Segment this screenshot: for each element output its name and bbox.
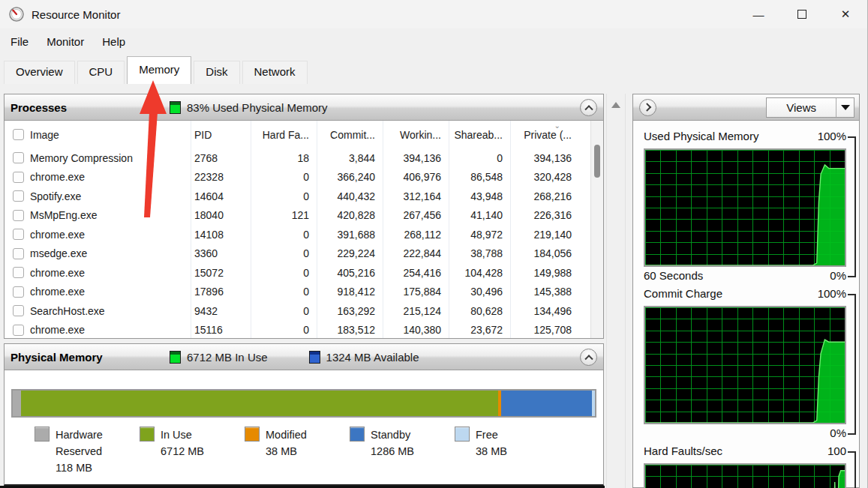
processes-scrollbar-thumb[interactable]	[594, 145, 600, 178]
process-row[interactable]: chrome.exe151160183,512140,38023,672125,…	[5, 321, 590, 339]
menu-file[interactable]: File	[3, 32, 36, 51]
row-checkbox[interactable]	[13, 190, 24, 202]
col-commit[interactable]: Commit...	[317, 121, 383, 148]
row-checkbox[interactable]	[13, 152, 24, 163]
main-scrollbar[interactable]	[606, 94, 626, 488]
close-button[interactable]: ✕	[824, 0, 867, 28]
row-checkbox[interactable]	[13, 248, 24, 259]
row-checkbox[interactable]	[13, 172, 24, 183]
used-physical-memory-graph	[644, 148, 846, 267]
process-row[interactable]: chrome.exe178960918,412175,88430,496145,…	[5, 283, 590, 302]
chevron-up-icon	[584, 105, 593, 113]
process-row[interactable]: MsMpEng.exe18040121420,828267,45641,1402…	[5, 206, 590, 226]
tab-memory[interactable]: Memory	[127, 56, 191, 84]
tab-overview[interactable]: Overview	[4, 61, 75, 84]
process-value: 14108	[191, 225, 251, 244]
row-checkbox[interactable]	[13, 229, 24, 240]
minimize-button[interactable]: —	[737, 0, 780, 28]
row-checkbox[interactable]	[13, 210, 24, 221]
process-value: 0	[251, 187, 317, 206]
legend-value: 38 MB	[266, 445, 297, 457]
process-value: 121	[251, 206, 317, 226]
col-pid[interactable]: PID	[191, 121, 251, 148]
process-row[interactable]: chrome.exe141080391,688268,11248,972219,…	[5, 225, 590, 244]
row-checkbox[interactable]	[13, 325, 24, 336]
process-value: 22328	[191, 168, 251, 187]
chevron-up-icon	[584, 355, 593, 363]
process-value: 9432	[191, 301, 251, 321]
title-bar: Resource Monitor — ✕	[0, 0, 867, 28]
graphs-panel-header: Views	[633, 94, 859, 121]
row-checkbox[interactable]	[13, 305, 24, 316]
panel-expand-button[interactable]	[639, 99, 656, 116]
tab-disk[interactable]: Disk	[194, 61, 239, 84]
graph2-min-label: 0%	[830, 427, 846, 445]
legend-standby: Standby1286 MB	[350, 427, 455, 476]
scroll-up-button[interactable]	[607, 97, 625, 113]
process-value: 15116	[191, 321, 251, 339]
processes-status: 83% Used Physical Memory	[170, 101, 328, 114]
process-value: 366,240	[317, 168, 383, 187]
process-value: 38,788	[449, 244, 510, 264]
maximize-button[interactable]	[780, 0, 824, 28]
col-private[interactable]: Private (...	[510, 121, 579, 148]
process-value: 184,056	[510, 244, 579, 264]
graph1-title: Used Physical Memory	[644, 130, 758, 148]
process-value: 268,216	[510, 187, 579, 206]
row-checkbox[interactable]	[13, 286, 24, 298]
processes-header: Processes 83% Used Physical Memory	[5, 94, 603, 121]
process-row[interactable]: Memory Compression2768183,844394,1360394…	[5, 148, 590, 168]
bar-segment-in-use	[21, 391, 498, 416]
menu-help[interactable]: Help	[95, 32, 133, 51]
close-icon: ✕	[841, 7, 851, 21]
col-shareable[interactable]: Shareab...	[449, 121, 510, 148]
used-physical-memory-series	[645, 150, 845, 265]
memory-composition-bar	[11, 389, 596, 418]
processes-collapse-button[interactable]	[580, 99, 597, 116]
graphs-panel: Views Used Physical Memory 100% 60 Secon…	[632, 94, 860, 488]
process-value: 18	[251, 148, 317, 168]
legend-name: Standby	[371, 429, 410, 441]
physical-memory-collapse-button[interactable]	[580, 349, 597, 366]
process-row[interactable]: SearchHost.exe94320163,292215,12480,6281…	[5, 301, 590, 321]
process-value: 268,112	[383, 225, 449, 244]
process-row[interactable]: msedge.exe33600229,224222,84438,788184,0…	[5, 244, 590, 264]
available-icon	[309, 351, 320, 364]
legend-value: 118 MB	[56, 462, 92, 474]
row-checkbox[interactable]	[13, 267, 24, 278]
process-value: 394,136	[510, 148, 579, 168]
process-row[interactable]: chrome.exe223280366,240406,97686,548320,…	[5, 168, 590, 187]
processes-scrollbar[interactable]	[590, 121, 603, 338]
col-image[interactable]: Image	[27, 129, 191, 141]
arrow-down-icon	[841, 105, 850, 110]
in-use-text: 6712 MB In Use	[187, 351, 268, 364]
tab-network[interactable]: Network	[242, 61, 308, 84]
process-image: chrome.exe	[27, 229, 191, 241]
process-value: 43,948	[449, 187, 510, 206]
process-value: 14604	[191, 187, 251, 206]
views-dropdown-arrow[interactable]	[836, 98, 854, 117]
table-header-row: Image PID Hard Fa... Commit... Workin...…	[5, 121, 590, 148]
process-row[interactable]: chrome.exe150720405,216254,416104,428149…	[5, 263, 590, 283]
views-button[interactable]: Views	[766, 97, 854, 118]
views-label[interactable]: Views	[767, 98, 836, 117]
process-value: 30,496	[449, 283, 510, 302]
process-row[interactable]: Spotify.exe146040440,432312,16443,948268…	[5, 187, 590, 206]
process-value: 918,412	[317, 283, 383, 302]
process-value: 394,136	[383, 148, 449, 168]
col-working-set[interactable]: Workin...	[383, 121, 449, 148]
select-all-checkbox[interactable]	[13, 129, 24, 140]
process-value: 0	[251, 168, 317, 187]
process-value: 149,988	[510, 263, 579, 283]
tab-cpu[interactable]: CPU	[77, 61, 125, 84]
menu-monitor[interactable]: Monitor	[39, 32, 92, 51]
graph2-title: Commit Charge	[644, 287, 722, 305]
process-value: 125,708	[510, 321, 579, 339]
graph1-max-label: 100%	[818, 130, 846, 148]
free-swatch	[455, 427, 470, 442]
col-hard-faults[interactable]: Hard Fa...	[251, 121, 317, 148]
window-title: Resource Monitor	[32, 8, 120, 21]
standby-swatch	[350, 427, 365, 442]
graph2-bottom-row: 0%	[644, 427, 846, 445]
legend-value: 6712 MB	[161, 445, 204, 457]
